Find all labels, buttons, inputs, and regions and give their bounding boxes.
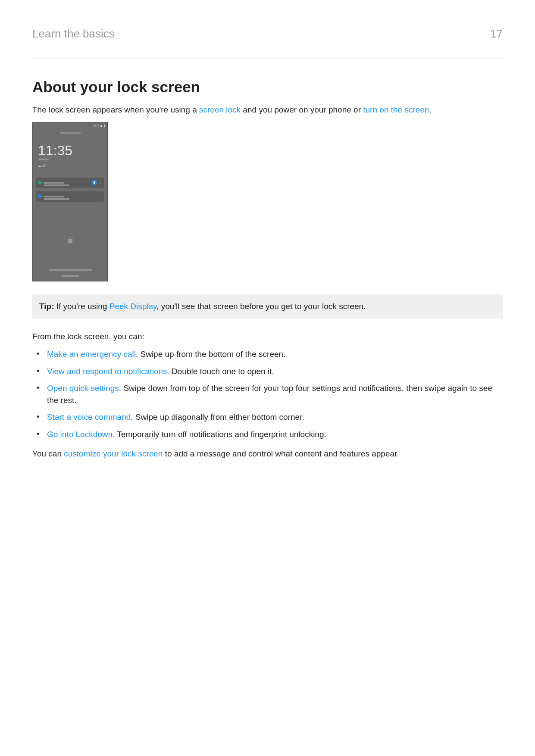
list-intro: From the lock screen, you can: — [32, 331, 503, 343]
tip-post: , you'll see that screen before you get … — [156, 302, 366, 311]
quick-settings-link[interactable]: Open quick settings. — [47, 384, 121, 393]
intro-text-pre: The lock screen appears when you're usin… — [32, 105, 199, 114]
notification-row-1: ⌄ — [36, 178, 104, 188]
date-placeholder — [38, 159, 49, 160]
list-item-text: . Swipe up diagonally from either bottom… — [131, 412, 304, 422]
list-item: Open quick settings. Swipe down from top… — [32, 382, 503, 406]
closing-paragraph: You can customize your lock screen to ad… — [32, 448, 503, 460]
list-item-text: Temporarily turn off notifications and f… — [115, 430, 326, 439]
lock-screen-illustration: ◎ ▾ ◢ ▮ 11:35 ☁ 22° ⌄ ⌄ — [32, 122, 108, 281]
closing-pre: You can — [32, 449, 64, 458]
clock-text: 11:35 — [38, 141, 72, 160]
nav-handle — [62, 275, 79, 277]
intro-text-post: . — [429, 105, 431, 114]
page-header: Learn the basics 17 — [32, 26, 503, 42]
tip-box: Tip: If you're using Peek Display, you'l… — [32, 294, 503, 319]
weather-text: ☁ 22° — [38, 164, 47, 168]
notch-bar — [60, 132, 81, 134]
list-item: View and respond to notifications. Doubl… — [32, 366, 503, 378]
chevron-down-icon: ⌄ — [99, 180, 102, 185]
lock-icon — [68, 238, 72, 243]
list-item: Start a voice command. Swipe up diagonal… — [32, 411, 503, 423]
text-placeholder — [44, 182, 64, 184]
emergency-call-link[interactable]: Make an emergency call — [47, 350, 136, 359]
lockdown-link[interactable]: Go into Lockdown. — [47, 430, 115, 439]
app-dot-icon — [38, 194, 42, 198]
status-bar-icons: ◎ ▾ ◢ ▮ — [94, 124, 106, 128]
list-item: Go into Lockdown. Temporarily turn off n… — [32, 428, 503, 440]
swipe-indicator — [49, 269, 92, 271]
notifications-link[interactable]: View and respond to notifications. — [47, 367, 169, 376]
app-badge-icon — [92, 180, 97, 185]
text-placeholder — [44, 184, 69, 186]
list-item-text: . Swipe up from the bottom of the screen… — [136, 350, 285, 359]
actions-list: Make an emergency call. Swipe up from th… — [32, 348, 503, 440]
intro-text-mid: and you power on your phone or — [241, 105, 363, 114]
list-item-text: Double touch one to open it. — [169, 367, 274, 376]
app-dot-icon — [38, 181, 42, 184]
list-item: Make an emergency call. Swipe up from th… — [32, 348, 503, 360]
notification-row-2: ⌄ — [36, 191, 104, 202]
text-placeholder — [44, 198, 69, 200]
closing-post: to add a message and control what conten… — [163, 449, 399, 458]
intro-paragraph: The lock screen appears when you're usin… — [32, 104, 503, 116]
breadcrumb: Learn the basics — [32, 26, 115, 42]
turn-on-screen-link[interactable]: turn on the screen — [363, 105, 429, 114]
screen-lock-link[interactable]: screen lock — [199, 105, 241, 114]
text-placeholder — [44, 196, 64, 197]
peek-display-link[interactable]: Peek Display — [110, 302, 156, 311]
customize-lock-screen-link[interactable]: customize your lock screen — [64, 449, 163, 458]
chevron-down-icon: ⌄ — [99, 194, 102, 199]
page-number: 17 — [490, 26, 503, 42]
tip-label: Tip: — [39, 302, 54, 311]
tip-pre: If you're using — [54, 302, 109, 311]
voice-command-link[interactable]: Start a voice command — [47, 412, 131, 422]
page-title: About your lock screen — [32, 76, 503, 98]
divider — [32, 59, 503, 59]
